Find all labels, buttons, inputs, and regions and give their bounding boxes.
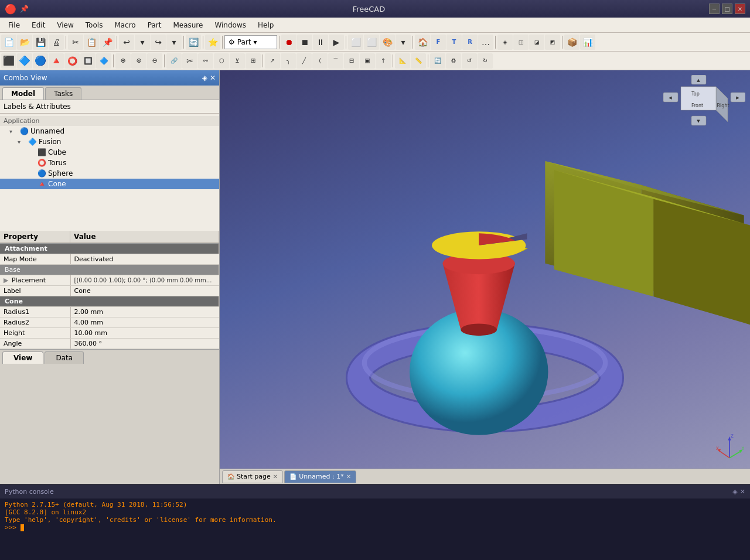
console-pin-icon[interactable]: ◈	[732, 488, 737, 496]
undo-dropdown[interactable]: ▾	[135, 35, 150, 50]
refresh2-button[interactable]: ♻	[446, 53, 461, 69]
offset-button[interactable]: ↗	[265, 53, 280, 69]
extrude-button[interactable]: ⊕	[115, 53, 131, 69]
view-extra2[interactable]: ◫	[513, 35, 529, 50]
stop-button[interactable]: ⏹	[297, 35, 312, 50]
sweep-button[interactable]: ⌒	[328, 53, 343, 69]
tree-item-sphere[interactable]: – 🔵 Sphere	[0, 168, 219, 179]
menu-view[interactable]: View	[51, 20, 79, 30]
cut-part-button[interactable]: ✂	[182, 53, 197, 69]
section-base: Base	[0, 265, 219, 275]
tree-item-cube[interactable]: – ⬛ Cube	[0, 147, 219, 158]
revolve-button[interactable]: ⊗	[131, 53, 146, 69]
unnamed-tab-close[interactable]: ✕	[346, 473, 351, 480]
join-button[interactable]: ⊞	[246, 53, 261, 69]
view-top-button[interactable]: T	[446, 35, 462, 50]
tab-tasks[interactable]: Tasks	[45, 87, 81, 100]
prism-button[interactable]: 🔷	[96, 53, 111, 69]
redo-button[interactable]: ↪	[151, 35, 166, 50]
tab-data[interactable]: Data	[45, 351, 84, 364]
maximize-button[interactable]: □	[722, 4, 732, 14]
combo-pin-icon[interactable]: ◈	[202, 74, 207, 82]
combo-close-icon[interactable]: ✕	[210, 74, 216, 82]
menu-help[interactable]: Help	[252, 20, 279, 30]
loft-button[interactable]: ⟨	[312, 53, 328, 69]
menu-windows[interactable]: Windows	[209, 20, 252, 30]
titlebar-left: 🔴 📌	[5, 4, 29, 15]
section-button[interactable]: ⊟	[344, 53, 359, 69]
tree-item-torus[interactable]: – ⭕ Torus	[0, 158, 219, 168]
close-button[interactable]: ✕	[735, 4, 745, 14]
tab-unnamed[interactable]: 📄 Unnamed : 1* ✕	[284, 470, 356, 483]
python-console-content[interactable]: Python 2.7.15+ (default, Aug 31 2018, 11…	[0, 498, 750, 534]
boolean-button[interactable]: ⊻	[230, 53, 245, 69]
sphere-button[interactable]: 🔵	[33, 53, 48, 69]
step-button[interactable]: ⏸	[313, 35, 328, 50]
minimize-button[interactable]: ─	[709, 4, 720, 14]
fillet-button[interactable]: ╮	[281, 53, 296, 69]
panel-toggle1[interactable]: 📦	[564, 35, 579, 50]
refresh-button[interactable]: 🔄	[186, 35, 201, 50]
draw-style-button[interactable]: 🎨	[380, 35, 395, 50]
tube-button[interactable]: 🔲	[80, 53, 96, 69]
record-button[interactable]: ⏺	[281, 35, 296, 50]
view-extra4[interactable]: ◩	[545, 35, 560, 50]
redo-dropdown[interactable]: ▾	[166, 35, 182, 50]
cylinder-button[interactable]: 🔷	[17, 53, 32, 69]
console-close-icon[interactable]: ✕	[740, 488, 745, 496]
tree-item-cone[interactable]: – 🔺 Cone	[0, 179, 219, 189]
box-select-button[interactable]: ⬜	[348, 35, 363, 50]
paste-button[interactable]: 📌	[100, 35, 115, 50]
menu-edit[interactable]: Edit	[26, 20, 51, 30]
view-right-button[interactable]: R	[462, 35, 478, 50]
cut-button[interactable]: ✂	[68, 35, 83, 50]
refresh1-button[interactable]: 🔄	[430, 53, 445, 69]
macros-button[interactable]: ⭐	[205, 35, 220, 50]
common-button[interactable]: ⚯	[198, 53, 213, 69]
play-button[interactable]: ▶	[329, 35, 344, 50]
poly-select-button[interactable]: ⬜	[364, 35, 379, 50]
tree-item-fusion[interactable]: ▾ 🔷 Fusion	[0, 136, 219, 147]
menu-measure[interactable]: Measure	[167, 20, 209, 30]
thick-button[interactable]: ▣	[360, 53, 375, 69]
tab-model[interactable]: Model	[2, 87, 44, 100]
view-front-button[interactable]: F	[431, 35, 446, 50]
measure2-button[interactable]: 📏	[411, 53, 426, 69]
start-page-close[interactable]: ✕	[273, 473, 278, 480]
menu-file[interactable]: File	[2, 20, 26, 30]
menu-macro[interactable]: Macro	[108, 20, 141, 30]
extrude2-button[interactable]: ↑	[376, 53, 391, 69]
chamfer-button[interactable]: ╱	[296, 53, 312, 69]
draw-style-arrow[interactable]: ▾	[396, 35, 411, 50]
open-file-button[interactable]: 📂	[17, 35, 32, 50]
torus-button[interactable]: ⭕	[64, 53, 80, 69]
view-more-button[interactable]: …	[478, 35, 493, 50]
compound-button[interactable]: ⬡	[214, 53, 229, 69]
python-prompt[interactable]: >>>	[5, 524, 745, 531]
view-home-button[interactable]: 🏠	[415, 35, 430, 50]
new-file-button[interactable]: 📄	[1, 35, 16, 50]
undo-button[interactable]: ↩	[119, 35, 134, 50]
fuse-button[interactable]: 🔗	[166, 53, 182, 69]
tab-view[interactable]: View	[2, 351, 43, 364]
view-extra3[interactable]: ◪	[529, 35, 544, 50]
cone-button[interactable]: 🔺	[49, 53, 64, 69]
copy-button[interactable]: 📋	[84, 35, 99, 50]
workbench-selector[interactable]: ⚙ Part ▾	[224, 35, 277, 49]
measure1-button[interactable]: 📐	[395, 53, 410, 69]
viewport[interactable]: Top Front Right ◀ ▶ ▲ ▼	[220, 70, 750, 484]
refresh3-button[interactable]: ↺	[462, 53, 477, 69]
refresh4-button[interactable]: ↻	[478, 53, 493, 69]
view-extra1[interactable]: ◈	[497, 35, 513, 50]
save-button[interactable]: 💾	[33, 35, 48, 50]
print-button[interactable]: 🖨	[49, 35, 64, 50]
panel-toggle2[interactable]: 📊	[580, 35, 595, 50]
mirror-button[interactable]: ⊖	[147, 53, 162, 69]
box-button[interactable]: ⬛	[1, 53, 16, 69]
pin-icon[interactable]: 📌	[20, 5, 29, 13]
tree-item-unnamed[interactable]: ▾ 🔵 Unnamed	[0, 126, 219, 136]
tab-start-page[interactable]: 🏠 Start page ✕	[222, 470, 283, 483]
menu-part[interactable]: Part	[142, 20, 168, 30]
menu-tools[interactable]: Tools	[80, 20, 109, 30]
python-console[interactable]: Python console ◈ ✕ Python 2.7.15+ (defau…	[0, 484, 750, 560]
